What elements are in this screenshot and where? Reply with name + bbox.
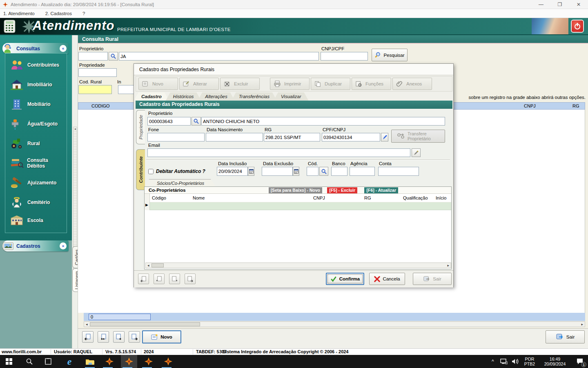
app-window-3[interactable] xyxy=(140,355,157,368)
clock[interactable]: 16:49 20/09/2024 xyxy=(541,357,568,366)
search-banco-button[interactable] xyxy=(319,167,328,176)
cp-col-inicio[interactable]: Início xyxy=(436,195,446,200)
dialog-sair-button[interactable]: Sair xyxy=(413,273,452,285)
proprietario-code-input[interactable] xyxy=(78,52,108,61)
fone-input[interactable] xyxy=(147,133,205,141)
nav-next-button[interactable] xyxy=(113,331,125,343)
start-button[interactable] xyxy=(1,355,17,368)
tab-cadastro[interactable]: Cadastro xyxy=(134,92,169,101)
d-proprietario-name-input[interactable] xyxy=(201,117,445,126)
d-proprietario-code-input[interactable] xyxy=(147,117,191,126)
propriedade-input[interactable] xyxy=(78,68,117,77)
d-nav-next-button[interactable] xyxy=(169,274,180,284)
email-input[interactable] xyxy=(147,148,410,157)
pesquisar-button[interactable]: Pesquisar xyxy=(372,49,408,61)
col-codigo[interactable]: CODIGO xyxy=(91,103,110,108)
network-icon[interactable] xyxy=(500,359,508,364)
tray-chevron-icon[interactable]: ^ xyxy=(488,359,498,364)
proprietario-name-input[interactable] xyxy=(119,52,319,61)
sidebar-item-contribuintes[interactable]: Contribuintes xyxy=(9,57,67,73)
email-send-button[interactable] xyxy=(412,148,421,157)
coproprietarios-selected-row[interactable] xyxy=(150,202,451,210)
toolbar-duplicar-button[interactable]: Duplicar xyxy=(311,78,350,90)
tab-contribuinte[interactable]: Contribuinte xyxy=(136,149,145,190)
toolbar-excluir-button[interactable]: Excluir xyxy=(220,78,260,90)
sidebar-item-consulta-debitos[interactable]: Consulta Débitos xyxy=(9,155,67,171)
sidebar-item-escola[interactable]: Escola xyxy=(9,212,67,229)
cnpj-cpf-input[interactable] xyxy=(321,52,368,61)
power-button[interactable] xyxy=(571,20,584,33)
toolbar-imprimir-button[interactable]: Imprimir xyxy=(270,78,310,90)
sidebar-item-rural[interactable]: Rural xyxy=(9,135,67,152)
main-sair-button[interactable]: Sair xyxy=(546,330,585,343)
col-rg[interactable]: RG xyxy=(572,103,579,108)
tab-propriedade[interactable]: Propriedade xyxy=(136,110,145,144)
rg-input[interactable] xyxy=(264,133,320,141)
main-horizontal-scrollbar[interactable]: ◂ ▸ xyxy=(84,321,585,327)
tab-socios-coproprietarios[interactable]: Sócios/Co-Proprietários xyxy=(145,179,216,186)
data-nascimento-input[interactable] xyxy=(206,133,263,141)
nav-prior-button[interactable] xyxy=(98,331,109,343)
app-window-4[interactable] xyxy=(160,355,176,368)
confirma-button[interactable]: Confirma xyxy=(326,273,364,285)
debitar-automatico-checkbox[interactable] xyxy=(148,169,154,174)
cod-rural-input[interactable] xyxy=(78,85,112,94)
data-exclusao-calendar-button[interactable] xyxy=(293,167,299,176)
task-view-button[interactable] xyxy=(40,355,56,368)
tab-alteracoes[interactable]: Alterações xyxy=(198,92,234,101)
cpf-cnpj-input[interactable] xyxy=(322,133,380,141)
menu-atendimento[interactable]: 1. Atendimento xyxy=(3,11,35,16)
tab-visualizar[interactable]: Visualizar xyxy=(274,92,309,101)
language-indicator[interactable]: POR PTB2 xyxy=(524,357,535,366)
novo-button[interactable]: Novo xyxy=(142,330,181,343)
menu-help[interactable]: ? xyxy=(82,11,85,16)
minimize-button[interactable]: — xyxy=(532,0,550,9)
cancela-button[interactable]: Cancela xyxy=(369,273,405,285)
notification-center-button[interactable]: 1 xyxy=(572,355,588,368)
chevron-up-icon[interactable]: « xyxy=(60,45,67,52)
sidebar-item-imobiliario[interactable]: Imobiliário xyxy=(9,76,67,93)
sidebar-group-consultas[interactable]: Consultas « xyxy=(2,43,69,54)
sidebar-item-ajuizamento[interactable]: Ajuizamento xyxy=(9,175,67,191)
d-nav-first-button[interactable] xyxy=(138,274,149,284)
cp-col-cnpj[interactable]: CNPJ xyxy=(313,195,325,200)
col-cnpj[interactable]: CNPJ xyxy=(524,103,536,108)
nav-last-button[interactable] xyxy=(129,331,140,343)
tab-historicos[interactable]: Históricos xyxy=(166,92,201,101)
sidebar-item-agua-esgoto[interactable]: Água/Esgoto xyxy=(9,116,67,132)
d-nav-prior-button[interactable] xyxy=(154,274,165,284)
data-inclusao-input[interactable] xyxy=(217,167,248,176)
cp-col-nome[interactable]: Nome xyxy=(193,195,205,200)
chevron-down-icon[interactable]: » xyxy=(60,242,67,249)
d-nav-last-button[interactable] xyxy=(185,274,196,284)
data-inclusao-calendar-button[interactable] xyxy=(248,167,254,176)
coproprietarios-scrollbar[interactable]: ◂ ▸ xyxy=(145,263,451,268)
cp-col-codigo[interactable]: Código xyxy=(152,195,166,200)
data-exclusao-input[interactable] xyxy=(262,167,293,176)
sidebar-item-cemiterio[interactable]: Cemitério xyxy=(9,194,67,211)
conta-input[interactable] xyxy=(378,167,419,176)
toolbar-novo-button[interactable]: Novo xyxy=(138,78,178,90)
cod-banco-input[interactable] xyxy=(307,167,318,176)
transfere-proprietario-button[interactable]: Transfere Proprietário xyxy=(391,130,445,143)
speaker-icon[interactable] xyxy=(512,359,519,364)
agencia-input[interactable] xyxy=(350,167,375,176)
app-window-2-active[interactable] xyxy=(121,355,137,368)
app-window-1[interactable] xyxy=(101,355,118,368)
nav-first-button[interactable] xyxy=(82,331,94,343)
toolbar-alterar-button[interactable]: Alterar xyxy=(179,78,219,90)
search-proprietario-button[interactable] xyxy=(109,52,118,61)
d-search-proprietario-button[interactable] xyxy=(192,117,201,126)
sidebar-group-cadastros[interactable]: Cadastros » xyxy=(2,240,69,251)
internet-explorer-button[interactable]: e xyxy=(61,355,78,368)
toolbar-funcoes-button[interactable]: Funções xyxy=(352,78,391,90)
cp-col-qualificacao[interactable]: Qualificação xyxy=(403,195,428,200)
file-explorer-button[interactable] xyxy=(82,355,98,368)
tab-transferencias[interactable]: Transferências xyxy=(232,92,277,101)
banco-input[interactable] xyxy=(331,167,347,176)
cp-col-rg[interactable]: RG xyxy=(364,195,371,200)
cpf-edit-button[interactable] xyxy=(381,133,388,141)
sidebar-item-mobiliario[interactable]: Mobiliário xyxy=(9,96,67,112)
toolbar-anexos-button[interactable]: Anexos xyxy=(392,78,432,90)
taskbar-search-button[interactable] xyxy=(21,355,38,368)
